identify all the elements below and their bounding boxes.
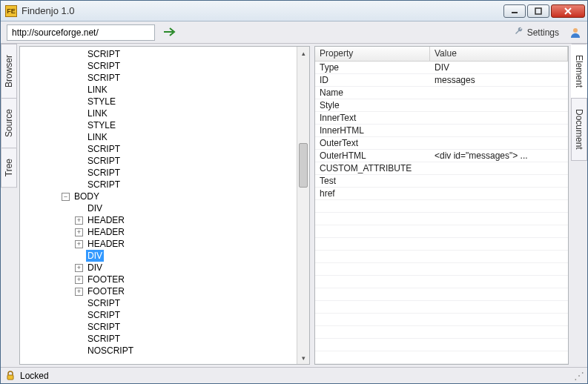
expand-icon[interactable]: + [75,264,83,272]
go-button[interactable] [161,27,179,38]
property-row-empty [315,326,568,339]
right-tab-document[interactable]: Document [571,98,587,161]
tree-node[interactable]: SCRIPT [35,72,309,84]
tree-node[interactable]: +HEADER [35,214,309,226]
expand-icon[interactable]: + [75,240,83,248]
user-icon[interactable] [569,27,581,39]
tree-node-label[interactable]: HEADER [86,226,126,238]
expand-icon[interactable]: + [75,216,83,225]
tree-node[interactable]: +FOOTER [35,285,309,297]
property-row[interactable]: href [315,188,568,200]
tree-node[interactable]: SCRIPT [35,60,309,72]
tree-node-label[interactable]: LINK [86,84,109,96]
tree-node[interactable]: SCRIPT [35,297,309,309]
tree-node[interactable]: SCRIPT [35,143,309,155]
tree-node[interactable]: STYLE [35,119,309,131]
tree-spacer [75,347,83,355]
property-row[interactable]: InnerText [315,112,568,125]
property-row[interactable]: TypeDIV [315,62,568,74]
tree-node[interactable]: SCRIPT [35,333,309,345]
tree-scrollbar[interactable]: ▴ ▾ [297,47,309,364]
tree-node-label[interactable]: FOOTER [86,285,126,297]
scroll-up-button[interactable]: ▴ [297,47,309,59]
header-property[interactable]: Property [315,47,430,61]
tree-node-label[interactable]: LINK [86,131,109,143]
tree-node[interactable]: −BODY [35,191,309,202]
tree-node-label[interactable]: DIV [86,202,104,214]
property-row[interactable]: IDmessages [315,74,568,87]
left-tab-source[interactable]: Source [1,98,17,148]
property-row[interactable]: Name [315,87,568,99]
tree-node[interactable]: SCRIPT [35,48,309,60]
collapse-icon[interactable]: − [62,193,70,201]
tree-node[interactable]: LINK [35,131,309,143]
property-row[interactable]: Test [315,175,568,188]
tree-node[interactable]: SCRIPT [35,321,309,333]
tree-node[interactable]: LINK [35,84,309,96]
tree-node[interactable]: NOSCRIPT [35,345,309,357]
header-value[interactable]: Value [430,47,568,61]
tree-node[interactable]: +HEADER [35,226,309,238]
settings-button[interactable]: Settings [509,26,564,39]
property-row[interactable]: CUSTOM_ATTRIBUTE [315,162,568,175]
tree-node-label[interactable]: HEADER [86,214,126,226]
property-value [430,175,568,187]
tree-node[interactable]: +HEADER [35,238,309,250]
property-row[interactable]: InnerHTML [315,125,568,137]
tree-node-label[interactable]: LINK [86,107,109,119]
property-row-empty [315,301,568,314]
tree-node-label[interactable]: NOSCRIPT [86,345,135,357]
titlebar[interactable]: FE Findenjo 1.0 [1,1,587,21]
tree-node[interactable]: +FOOTER [35,274,309,285]
right-tab-element[interactable]: Element [571,44,587,99]
left-tab-browser[interactable]: Browser [1,44,17,99]
url-input[interactable] [7,24,155,41]
tree-node[interactable]: SCRIPT [35,179,309,191]
tree-node-label[interactable]: SCRIPT [86,179,122,191]
tree-spacer [75,323,83,331]
property-row[interactable]: Style [315,99,568,112]
tree-node-label[interactable]: SCRIPT [86,155,122,167]
property-row-empty [315,339,568,351]
property-row[interactable]: OuterHTML<div id="messages"> ... [315,150,568,162]
tree-node-label[interactable]: STYLE [86,96,117,107]
property-row-empty [315,225,568,238]
maximize-button[interactable] [527,4,549,18]
tree-node-label[interactable]: STYLE [86,119,117,131]
tree-node-label[interactable]: SCRIPT [86,167,122,179]
tree-node-label[interactable]: SCRIPT [86,60,122,72]
expand-icon[interactable]: + [75,288,83,296]
tree-node-label[interactable]: FOOTER [86,274,126,285]
resize-grip[interactable]: ⋰ [574,370,583,382]
tree-node[interactable]: DIV [35,250,309,262]
expand-icon[interactable]: + [75,276,83,284]
tree-node-label[interactable]: SCRIPT [86,48,122,60]
tree-node-label[interactable]: DIV [86,262,104,274]
tree-node-label[interactable]: SCRIPT [86,143,122,155]
close-button[interactable] [551,4,585,18]
minimize-button[interactable] [503,4,526,18]
scroll-down-button[interactable]: ▾ [297,351,309,364]
tree-node-label[interactable]: SCRIPT [86,321,122,333]
property-row-empty [315,263,568,276]
tree-node[interactable]: +DIV [35,262,309,274]
tree-node[interactable]: LINK [35,107,309,119]
scroll-thumb[interactable] [299,143,308,188]
tree-node[interactable]: SCRIPT [35,155,309,167]
left-tab-tree[interactable]: Tree [1,148,17,188]
tree-panel: SCRIPTSCRIPTSCRIPTLINKSTYLELINKSTYLELINK… [19,46,310,365]
tree-node-label[interactable]: SCRIPT [86,297,122,309]
dom-tree[interactable]: SCRIPTSCRIPTSCRIPTLINKSTYLELINKSTYLELINK… [20,47,309,364]
tree-node[interactable]: SCRIPT [35,309,309,321]
tree-node-label[interactable]: SCRIPT [86,333,122,345]
tree-node[interactable]: DIV [35,202,309,214]
tree-node-label[interactable]: SCRIPT [86,309,122,321]
tree-node[interactable]: SCRIPT [35,167,309,179]
tree-node-label[interactable]: DIV [86,250,104,262]
tree-node-label[interactable]: HEADER [86,238,126,250]
tree-node-label[interactable]: SCRIPT [86,72,122,84]
property-row[interactable]: OuterText [315,137,568,150]
tree-node[interactable]: STYLE [35,96,309,107]
tree-node-label[interactable]: BODY [73,191,101,202]
expand-icon[interactable]: + [75,228,83,236]
